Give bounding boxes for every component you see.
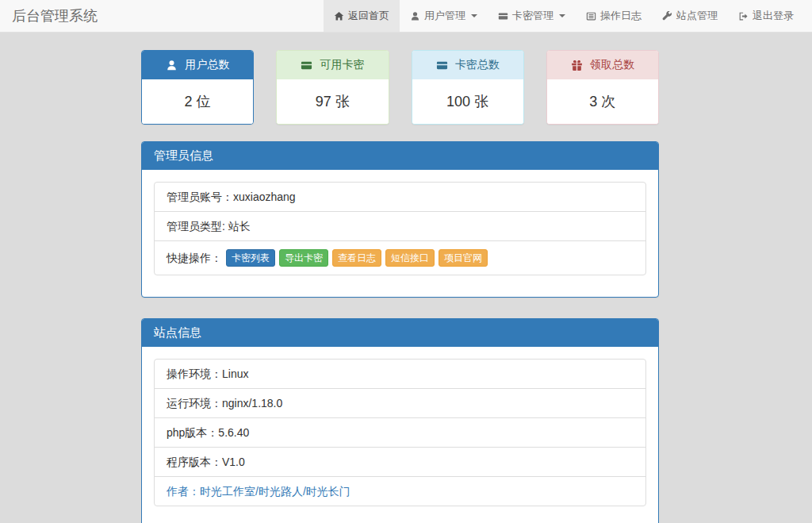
stat-card-title: 可用卡密 [320, 58, 364, 72]
info-row-label: 管理员账号： [167, 190, 233, 203]
site-panel-title: 站点信息 [142, 319, 658, 347]
info-row: 操作环境：Linux [155, 360, 645, 388]
info-row: php版本：5.6.40 [155, 417, 645, 447]
nav-item-label: 操作日志 [600, 9, 642, 23]
stat-cards-row: 用户总数2 位可用卡密97 张卡密总数100 张领取总数3 次 [141, 50, 659, 125]
stat-card-header: 卡密总数 [412, 51, 523, 79]
stat-card-title: 用户总数 [185, 58, 229, 72]
stat-card-header: 用户总数 [142, 51, 253, 79]
nav-item-logs[interactable]: 操作日志 [576, 0, 652, 32]
credit-card-icon [498, 11, 508, 21]
top-navbar: 后台管理系统 返回首页用户管理卡密管理操作日志站点管理退出登录 [0, 0, 812, 33]
stat-card-total-users: 用户总数2 位 [141, 50, 254, 125]
info-row: 管理员账号：xuxiaozhang [155, 183, 645, 211]
chevron-down-icon [559, 14, 565, 17]
site-info-panel: 站点信息 操作环境：Linux运行环境：nginx/1.18.0php版本：5.… [141, 318, 659, 523]
quick-button-export-card[interactable]: 导出卡密 [279, 249, 328, 267]
gift-icon [571, 60, 583, 71]
nav-item-label: 站点管理 [676, 9, 718, 23]
quick-button-view-log[interactable]: 查看日志 [332, 249, 381, 267]
home-icon [334, 11, 344, 21]
nav-item-label: 返回首页 [348, 9, 389, 23]
user-icon [166, 60, 178, 71]
info-row-value: xuxiaozhang [233, 190, 296, 203]
stat-card-header: 领取总数 [547, 51, 658, 79]
author-link[interactable]: 时光工作室/时光路人/时光长门 [200, 485, 350, 498]
info-row-value: Linux [222, 367, 248, 380]
stat-card-available-cards: 可用卡密97 张 [276, 50, 389, 125]
quick-actions-row: 快捷操作：卡密列表导出卡密查看日志短信接口项目官网 [155, 240, 645, 275]
chevron-down-icon [471, 14, 477, 17]
log-icon [586, 11, 596, 21]
main-nav: 返回首页用户管理卡密管理操作日志站点管理退出登录 [324, 0, 812, 32]
admin-info-panel: 管理员信息 管理员账号：xuxiaozhang管理员类型: 站长快捷操作：卡密列… [141, 141, 659, 298]
user-icon [410, 11, 420, 21]
admin-panel-title: 管理员信息 [142, 142, 658, 170]
logout-icon [738, 11, 749, 21]
stat-card-value: 2 位 [142, 79, 253, 124]
stat-card-title: 领取总数 [590, 58, 634, 72]
stat-card-value: 100 张 [412, 79, 523, 124]
wrench-icon [662, 11, 672, 21]
nav-item-cards[interactable]: 卡密管理 [488, 0, 576, 32]
nav-item-site[interactable]: 站点管理 [652, 0, 728, 32]
info-row-label: 操作环境： [167, 367, 222, 380]
quick-button-project-site[interactable]: 项目官网 [439, 249, 488, 267]
quick-actions-label: 快捷操作： [167, 252, 222, 264]
info-row-value: 站长 [228, 220, 251, 233]
info-row-value: 5.6.40 [218, 426, 249, 439]
quick-button-sms-api[interactable]: 短信接口 [385, 249, 435, 267]
stat-card-header: 可用卡密 [277, 51, 388, 79]
credit-card-icon [301, 60, 312, 71]
stat-card-total-cards: 卡密总数100 张 [412, 50, 524, 125]
credit-card-icon [436, 60, 448, 71]
info-row-label: 运行环境： [167, 397, 222, 410]
info-row: 作者：时光工作室/时光路人/时光长门 [155, 476, 645, 506]
info-row: 运行环境：nginx/1.18.0 [155, 388, 645, 417]
app-title: 后台管理系统 [12, 0, 98, 32]
stat-card-value: 97 张 [277, 79, 388, 124]
nav-item-label: 用户管理 [424, 9, 465, 23]
info-row-value: nginx/1.18.0 [222, 397, 282, 410]
site-info-list: 操作环境：Linux运行环境：nginx/1.18.0php版本：5.6.40程… [154, 359, 646, 506]
stat-card-total-claims: 领取总数3 次 [546, 50, 659, 125]
info-row-label: 程序版本： [167, 456, 222, 468]
info-row-label: 管理员类型: [167, 220, 228, 233]
info-row: 管理员类型: 站长 [155, 211, 645, 240]
info-row: 程序版本：V1.0 [155, 447, 645, 476]
nav-item-label: 卡密管理 [512, 9, 553, 23]
info-row-value: V1.0 [222, 456, 245, 468]
admin-info-list: 管理员账号：xuxiaozhang管理员类型: 站长快捷操作：卡密列表导出卡密查… [154, 182, 646, 275]
nav-item-logout[interactable]: 退出登录 [728, 0, 804, 32]
info-row-label: 作者： [167, 485, 200, 498]
main-content: 用户总数2 位可用卡密97 张卡密总数100 张领取总数3 次 管理员信息 管理… [141, 50, 659, 523]
info-row-label: php版本： [167, 426, 218, 439]
quick-button-card-list[interactable]: 卡密列表 [226, 249, 275, 267]
stat-card-title: 卡密总数 [455, 58, 500, 72]
stat-card-value: 3 次 [547, 79, 658, 124]
nav-item-home[interactable]: 返回首页 [324, 0, 400, 32]
nav-item-label: 退出登录 [753, 9, 794, 23]
nav-item-users[interactable]: 用户管理 [400, 0, 488, 32]
